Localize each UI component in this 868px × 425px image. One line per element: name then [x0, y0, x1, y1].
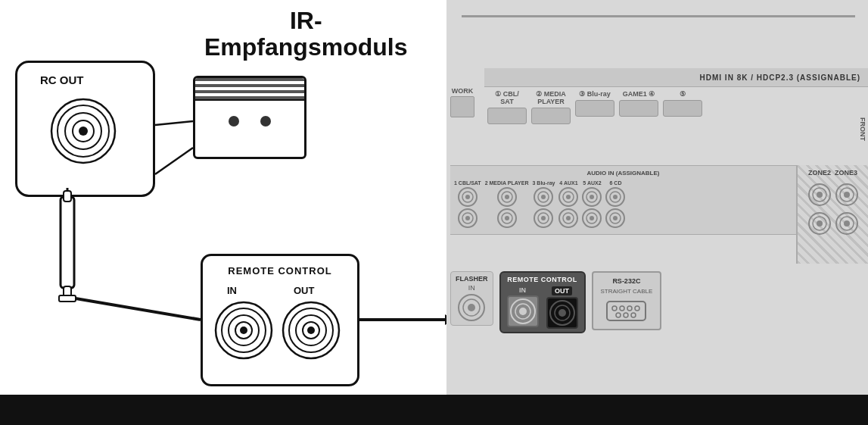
audio-group-3: 3 Blu-ray: [533, 180, 555, 228]
rs232c-label: RS-232C: [612, 277, 640, 285]
hdmi-connector-1: [487, 108, 527, 124]
svg-point-36: [505, 216, 509, 220]
device-rc-out-circles: [549, 299, 576, 327]
svg-point-51: [590, 195, 594, 199]
zone2-rca-2: [807, 211, 832, 236]
hdmi-port-5: ⑤: [663, 90, 702, 124]
svg-point-42: [541, 216, 546, 220]
rca-circle-6: [605, 187, 625, 207]
audio-label-1: 1 CBL/SAT: [454, 180, 481, 186]
svg-point-85: [627, 306, 632, 311]
hdmi-port-4: GAME1 ④: [619, 90, 658, 124]
svg-point-83: [612, 306, 617, 311]
hdmi-connector-2: [531, 108, 571, 124]
audio-label-6: 6 CD: [609, 180, 621, 186]
svg-point-89: [631, 313, 636, 317]
svg-point-86: [635, 306, 639, 311]
zone2-rca-1: [807, 183, 832, 207]
left-diagram-panel: IR- Empfangsmoduls RC OUT: [0, 0, 469, 395]
svg-point-30: [465, 216, 470, 220]
zone3-label: ZONE3: [835, 169, 857, 177]
svg-point-45: [566, 195, 571, 199]
svg-point-66: [844, 192, 850, 198]
zone3-rca-1: [835, 183, 859, 207]
audio-label-4: 4 AUX1: [559, 180, 577, 186]
rca-circle-5: [582, 187, 602, 207]
rca-circle-5b: [582, 208, 602, 228]
rca-circle-6b: [605, 208, 625, 228]
svg-point-78: [519, 308, 527, 315]
device-rc-in-socket: [507, 295, 539, 327]
svg-point-72: [844, 220, 850, 227]
hdmi-connector-3: [575, 100, 614, 117]
audio-label-5: 5 AUX2: [583, 180, 601, 186]
rca-circle-2: [497, 187, 517, 207]
audio-group-1: 1 CBL/SAT: [454, 180, 481, 228]
svg-line-15: [155, 121, 193, 125]
hdmi-port-3-label: ③ Blu-ray: [579, 90, 611, 98]
svg-line-16: [155, 148, 193, 174]
zone-labels: ZONE2 ZONE3: [808, 169, 857, 177]
svg-point-84: [620, 306, 624, 311]
hdmi-ports-row: ① CBL/SAT ② MEDIAPLAYER ③ Blu-ray GAME1 …: [484, 87, 705, 127]
audio-in-label: AUDIO IN (ASSIGNABLE): [454, 170, 792, 177]
device-rc-in: IN: [507, 286, 539, 329]
network-label: WORK: [452, 87, 474, 95]
device-rc-label: REMOTE CONTROL: [507, 276, 577, 283]
connection-diagram-svg: [0, 0, 469, 395]
rs232c-db9-connector: [605, 298, 647, 324]
hdmi-connector-4: [619, 100, 658, 117]
audio-label-3: 3 Blu-ray: [533, 180, 555, 186]
network-jack: [450, 96, 474, 117]
svg-point-87: [616, 313, 621, 317]
rs232c-sublabel: STRAIGHT CABLE: [601, 288, 653, 295]
svg-point-75: [468, 304, 475, 311]
audio-group-2: 2 MEDIA PLAYER: [485, 180, 529, 228]
hdmi-port-5-label: ⑤: [680, 90, 686, 98]
hdmi-port-1-label: ① CBL/SAT: [495, 90, 519, 105]
rca-circle-4b: [558, 208, 578, 228]
hdmi-port-4-label: GAME1 ④: [623, 90, 655, 98]
device-rc-in-label: IN: [519, 286, 526, 294]
svg-point-33: [505, 195, 509, 199]
zone3-rca-2: [835, 211, 859, 236]
rca-circle-4: [558, 187, 578, 207]
bottom-bar: [0, 395, 868, 425]
flasher-in-label: IN: [468, 284, 475, 292]
rca-circle-1: [458, 187, 478, 207]
svg-line-22: [76, 298, 201, 320]
zone2-label: ZONE2: [808, 169, 831, 177]
hdmi-port-1: ① CBL/SAT: [487, 90, 527, 124]
svg-point-27: [465, 195, 470, 199]
device-rc-out-socket: [546, 297, 578, 329]
hdmi-port-2: ② MEDIAPLAYER: [531, 90, 571, 124]
device-rc-ports: IN OUT: [507, 286, 578, 329]
svg-point-54: [590, 216, 594, 220]
device-rc-out-label: OUT: [552, 286, 572, 295]
svg-point-39: [541, 195, 546, 199]
svg-point-57: [613, 195, 618, 199]
flasher-section: FLASHER IN: [450, 271, 493, 326]
top-separator-line: [462, 15, 855, 17]
device-rc-in-circles: [509, 298, 537, 325]
svg-point-48: [566, 216, 571, 220]
svg-rect-18: [64, 191, 71, 202]
rs232c-section: RS-232C STRAIGHT CABLE: [592, 271, 662, 330]
device-rc-out: OUT: [546, 286, 578, 329]
flasher-rca-circle: [457, 293, 486, 322]
zone-section: ZONE2 ZONE3: [796, 165, 868, 264]
rca-circle-3b: [534, 208, 553, 228]
rca-circle-3: [534, 187, 553, 207]
svg-point-63: [817, 192, 823, 198]
audio-group-5: 5 AUX2: [582, 180, 602, 228]
flasher-label: FLASHER: [456, 275, 488, 283]
rca-circle-2b: [497, 208, 517, 228]
device-back-panel: HDMI IN 8K / HDCP2.3 (ASSIGNABLE) ① CBL/…: [446, 0, 868, 395]
hdmi-port-2-label: ② MEDIAPLAYER: [536, 90, 566, 105]
network-port-area: WORK: [450, 87, 474, 117]
device-remote-control-section: REMOTE CONTROL IN: [499, 271, 586, 333]
svg-point-69: [817, 220, 823, 227]
audio-group-6: 6 CD: [605, 180, 625, 228]
audio-in-section: AUDIO IN (ASSIGNABLE) 1 CBL/SAT 2 MEDIA …: [450, 165, 796, 235]
audio-group-4: 4 AUX1: [558, 180, 578, 228]
